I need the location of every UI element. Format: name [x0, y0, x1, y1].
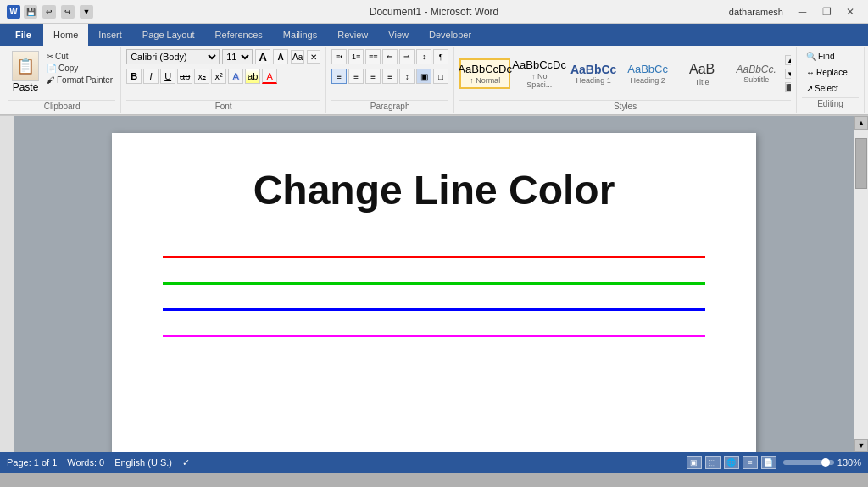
maximize-button[interactable]: ❐: [815, 3, 837, 21]
draft-view-button[interactable]: 📄: [761, 456, 776, 469]
style-title-label: Title: [695, 78, 709, 86]
bold-button[interactable]: B: [126, 69, 142, 84]
style-normal[interactable]: AaBbCcDc ↑ Normal: [459, 58, 510, 89]
scroll-up-button[interactable]: ▲: [854, 116, 868, 130]
tab-references[interactable]: References: [205, 24, 273, 46]
tab-file[interactable]: File: [3, 24, 43, 46]
main-area: Change Line Color ▲ ▼: [0, 116, 868, 452]
font-group: Calibri (Body) 11 A A Aa ✕ B I U ab x₂: [121, 47, 326, 113]
web-layout-button[interactable]: 🌐: [724, 456, 739, 469]
tab-view[interactable]: View: [378, 24, 419, 46]
show-marks-button[interactable]: ¶: [433, 49, 448, 64]
style-heading1-label: Heading 1: [576, 76, 611, 85]
paste-button[interactable]: 📋 Paste: [8, 49, 42, 95]
numbering-button[interactable]: 1≡: [348, 49, 364, 64]
strikethrough-button[interactable]: ab: [177, 69, 192, 84]
style-subtitle[interactable]: AaBbCc. Subtitle: [731, 60, 782, 87]
style-no-spacing-label: ↑ No Spaci...: [521, 72, 557, 89]
font-label: Font: [126, 100, 320, 111]
document-area[interactable]: Change Line Color: [14, 116, 854, 452]
style-heading2-preview: AaBbCc: [627, 63, 668, 76]
outline-view-button[interactable]: ≡: [743, 456, 758, 469]
scrollbar-right[interactable]: ▲ ▼: [854, 116, 868, 452]
clear-format-button[interactable]: ✕: [307, 50, 320, 64]
grow-font-button[interactable]: A: [255, 49, 270, 64]
font-name-select[interactable]: Calibri (Body): [126, 49, 220, 64]
print-layout-button[interactable]: ▣: [687, 456, 702, 469]
justify-button[interactable]: ≡: [382, 69, 398, 84]
save-icon[interactable]: 💾: [24, 5, 37, 19]
full-screen-button[interactable]: ⬚: [705, 456, 721, 469]
editing-group: 🔍 Find ↔ Replace ↗ Select Editing: [797, 47, 865, 113]
tab-developer[interactable]: Developer: [419, 24, 481, 46]
italic-button[interactable]: I: [143, 69, 159, 84]
styles-expand-arrow[interactable]: ⬛: [785, 82, 791, 92]
styles-up-arrow[interactable]: ▲: [785, 55, 791, 65]
customize-icon[interactable]: ▼: [80, 5, 93, 19]
left-margin: [0, 116, 14, 452]
editing-label: Editing: [802, 97, 859, 108]
styles-down-arrow[interactable]: ▼: [785, 69, 791, 79]
line-spacing-button[interactable]: ↕: [399, 69, 415, 84]
font-size-select[interactable]: 11: [222, 49, 253, 64]
tab-home[interactable]: Home: [43, 24, 88, 46]
change-case-button[interactable]: Aa: [291, 50, 304, 64]
status-right: ▣ ⬚ 🌐 ≡ 📄 130%: [687, 456, 861, 469]
style-title-preview: AaB: [689, 61, 715, 77]
cut-button[interactable]: ✂ Cut: [44, 51, 115, 62]
underline-button[interactable]: U: [160, 69, 175, 84]
increase-indent-button[interactable]: ⇒: [399, 49, 415, 64]
zoom-control[interactable]: 130%: [783, 457, 861, 468]
paste-label: Paste: [13, 81, 39, 93]
scroll-thumb[interactable]: [855, 138, 867, 189]
line-blue: [163, 308, 705, 311]
copy-button[interactable]: 📄 Copy: [44, 63, 115, 74]
tab-insert[interactable]: Insert: [88, 24, 132, 46]
align-buttons: ≡ ≡ ≡ ≡ ↕ ▣ □: [331, 69, 448, 84]
align-center-button[interactable]: ≡: [348, 69, 364, 84]
scroll-down-button[interactable]: ▼: [854, 439, 868, 452]
scroll-track[interactable]: [854, 130, 868, 439]
title-bar: W 💾 ↩ ↪ ▼ Document1 - Microsoft Word dat…: [0, 0, 868, 24]
text-effects-button[interactable]: A: [228, 69, 243, 84]
ribbon-content: 📋 Paste ✂ Cut 📄 Copy 🖌 Format Painter Cl…: [0, 46, 868, 115]
highlight-button[interactable]: ab: [245, 69, 260, 84]
style-heading2[interactable]: AaBbCc Heading 2: [622, 59, 673, 88]
shading-button[interactable]: ▣: [416, 69, 431, 84]
status-bar: Page: 1 of 1 Words: 0 English (U.S.) ✓ ▣…: [0, 452, 868, 473]
style-heading1[interactable]: AaBbCc Heading 1: [568, 59, 619, 89]
title-bar-right: datharamesh ─ ❐ ✕: [729, 3, 861, 21]
multilevel-button[interactable]: ≡≡: [365, 49, 381, 64]
style-subtitle-label: Subtitle: [743, 75, 769, 84]
select-button[interactable]: ↗ Select: [802, 81, 859, 96]
minimize-button[interactable]: ─: [792, 3, 814, 21]
document-title: Change Line Color: [163, 167, 705, 213]
style-title[interactable]: AaB Title: [676, 58, 727, 89]
replace-button[interactable]: ↔ Replace: [802, 65, 859, 80]
align-left-button[interactable]: ≡: [331, 69, 347, 84]
redo-icon[interactable]: ↪: [61, 5, 75, 19]
close-button[interactable]: ✕: [839, 3, 861, 21]
word-icon: W: [7, 5, 20, 19]
align-right-button[interactable]: ≡: [365, 69, 381, 84]
bullets-button[interactable]: ≡•: [331, 49, 347, 64]
format-painter-button[interactable]: 🖌 Format Painter: [44, 75, 115, 86]
shrink-font-button[interactable]: A: [273, 49, 288, 64]
superscript-button[interactable]: x²: [211, 69, 226, 84]
font-color-button[interactable]: A: [262, 69, 277, 84]
tab-mailings[interactable]: Mailings: [273, 24, 327, 46]
zoom-slider[interactable]: [783, 460, 834, 465]
decrease-indent-button[interactable]: ⇐: [382, 49, 398, 64]
user-name: datharamesh: [729, 7, 783, 17]
tab-review[interactable]: Review: [327, 24, 378, 46]
sort-button[interactable]: ↕: [416, 49, 431, 64]
undo-icon[interactable]: ↩: [42, 5, 56, 19]
find-button[interactable]: 🔍 Find: [802, 49, 859, 64]
language: English (U.S.): [114, 457, 172, 468]
paste-icon: 📋: [12, 51, 39, 81]
subscript-button[interactable]: x₂: [194, 69, 209, 84]
tab-page-layout[interactable]: Page Layout: [132, 24, 205, 46]
style-heading2-label: Heading 2: [631, 76, 665, 85]
style-no-spacing[interactable]: AaBbCcDc ↑ No Spaci...: [514, 55, 565, 92]
borders-button[interactable]: □: [433, 69, 448, 84]
